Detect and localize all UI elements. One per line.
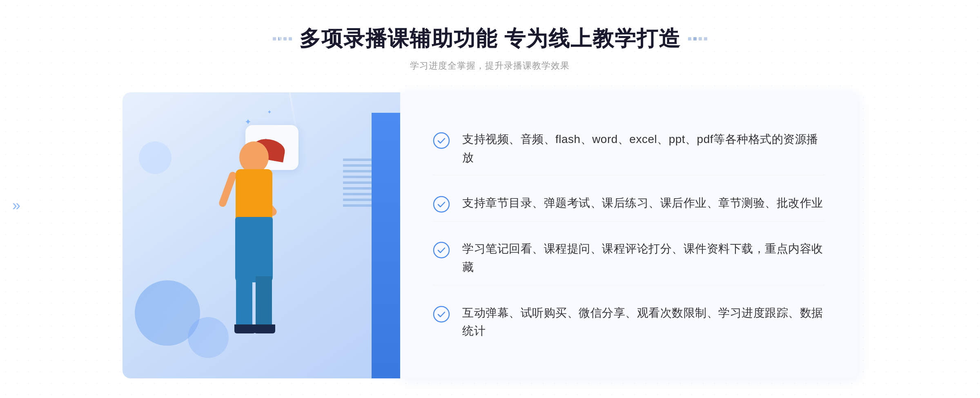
- svg-point-0: [434, 133, 449, 148]
- main-title: 多项录播课辅助功能 专为线上教学打造: [299, 25, 681, 53]
- figure-shoe-right: [254, 324, 275, 333]
- blue-accent-bar: [372, 113, 400, 378]
- dot-5: [688, 37, 691, 40]
- content-area: ✦ ✦: [122, 92, 858, 378]
- feature-text-4: 互动弹幕、试听购买、微信分享、观看次数限制、学习进度跟踪、数据统计: [462, 304, 825, 341]
- feature-item-3: 学习笔记回看、课程提问、课程评论打分、课件资料下载，重点内容收藏: [433, 232, 825, 285]
- figure-shoe-left: [234, 324, 256, 333]
- features-panel: 支持视频、音频、flash、word、excel、ppt、pdf等各种格式的资源…: [400, 92, 858, 378]
- figure-torso: [236, 169, 272, 222]
- feature-item-2: 支持章节目录、弹题考试、课后练习、课后作业、章节测验、批改作业: [433, 186, 825, 221]
- figure-head: [239, 141, 269, 173]
- deco-stripes: [343, 158, 376, 207]
- dot-4: [289, 37, 292, 40]
- deco-circle-top: [139, 141, 172, 174]
- figure-illustration: [180, 141, 327, 378]
- dot-8: [704, 37, 707, 40]
- figure-leg-right: [256, 276, 272, 329]
- header-section: 多项录播课辅助功能 专为线上教学打造 学习进度全掌握，提升录播课教学效果: [273, 25, 707, 72]
- title-decorator-right: [688, 37, 707, 40]
- figure-arm-left: [218, 171, 238, 208]
- figure-leg-left: [236, 276, 252, 329]
- subtitle: 学习进度全掌握，提升录播课教学效果: [273, 60, 707, 72]
- dot-6: [693, 37, 697, 40]
- left-arrows-decoration: »: [12, 198, 20, 213]
- check-icon-4: [433, 306, 450, 323]
- svg-point-2: [434, 242, 449, 258]
- check-icon-3: [433, 241, 450, 259]
- check-icon-2: [433, 196, 450, 213]
- dot-7: [699, 37, 702, 40]
- person-figure: [213, 141, 295, 338]
- svg-point-1: [434, 197, 449, 212]
- deco-star-2: ✦: [267, 109, 272, 115]
- dot-1: [273, 37, 276, 40]
- dot-3: [283, 37, 287, 40]
- feature-text-1: 支持视频、音频、flash、word、excel、ppt、pdf等各种格式的资源…: [462, 130, 825, 167]
- svg-point-3: [434, 306, 449, 322]
- deco-star-1: ✦: [245, 117, 252, 127]
- feature-text-2: 支持章节目录、弹题考试、课后练习、课后作业、章节测验、批改作业: [462, 194, 823, 212]
- page-wrapper: » 多项录播课辅助功能 专为线上教学打造 学习进度全掌握，提升录播课教学效果: [0, 0, 980, 398]
- chevron-left-icon: »: [12, 198, 20, 213]
- figure-pants: [235, 217, 273, 282]
- title-row: 多项录播课辅助功能 专为线上教学打造: [273, 25, 707, 53]
- title-decorator-left: [273, 37, 292, 40]
- feature-text-3: 学习笔记回看、课程提问、课程评论打分、课件资料下载，重点内容收藏: [462, 240, 825, 277]
- illustration-panel: ✦ ✦: [122, 92, 400, 378]
- feature-item-1: 支持视频、音频、flash、word、excel、ppt、pdf等各种格式的资源…: [433, 122, 825, 176]
- feature-item-4: 互动弹幕、试听购买、微信分享、观看次数限制、学习进度跟踪、数据统计: [433, 296, 825, 349]
- check-icon-1: [433, 132, 450, 149]
